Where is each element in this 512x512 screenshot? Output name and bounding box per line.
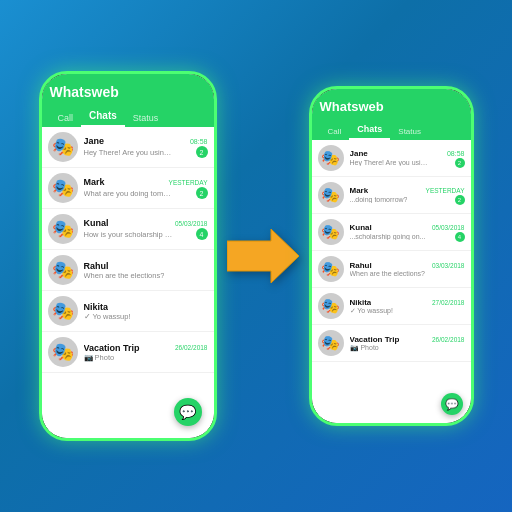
tab-chats-left[interactable]: Chats bbox=[81, 106, 125, 127]
chat-msg-jane-left: Hey There! Are you using whatsapp? bbox=[84, 148, 174, 157]
chat-item-mark-left[interactable]: 🎭 Mark YESTERDAY What are you doing tomo… bbox=[42, 168, 214, 209]
chat-content-vacation-left: Vacation Trip 26/02/2018 📷 Photo bbox=[84, 343, 208, 362]
chat-top-jane-right: Jane 08:58 bbox=[350, 149, 465, 158]
chat-msg-mark-left: What are you doing tomorrow? bbox=[84, 189, 174, 198]
avatar-jane-right: 🎭 bbox=[318, 145, 344, 171]
chat-bottom-rahul-right: When are the elections? bbox=[350, 270, 465, 277]
avatar-icon-mark-left: 🎭 bbox=[52, 177, 74, 199]
badge-kunal-right: 4 bbox=[455, 232, 465, 242]
chat-item-mark-right[interactable]: 🎭 Mark YESTERDAY ...doing tomorrow? 2 bbox=[312, 177, 471, 214]
badge-mark-left: 2 bbox=[196, 187, 208, 199]
chat-item-jane-left[interactable]: 🎭 Jane 08:58 Hey There! Are you using wh… bbox=[42, 127, 214, 168]
chat-item-kunal-left[interactable]: 🎭 Kunal 05/03/2018 How is your scholarsh… bbox=[42, 209, 214, 250]
chat-time-kunal-left: 05/03/2018 bbox=[175, 220, 208, 227]
chat-top-kunal-right: Kunal 05/03/2018 bbox=[350, 223, 465, 232]
app-header-right: Whatsweb Call Chats Status bbox=[312, 89, 471, 140]
avatar-icon-nikita-right: 🎭 bbox=[321, 297, 340, 315]
fab-right[interactable]: 💬 bbox=[441, 393, 463, 415]
chat-content-mark-left: Mark YESTERDAY What are you doing tomorr… bbox=[84, 177, 208, 199]
chat-list-left: 🎭 Jane 08:58 Hey There! Are you using wh… bbox=[42, 127, 214, 438]
chat-content-kunal-left: Kunal 05/03/2018 How is your scholarship… bbox=[84, 218, 208, 240]
chat-content-vacation-right: Vacation Trip 26/02/2018 📷 Photo bbox=[350, 335, 465, 352]
badge-kunal-left: 4 bbox=[196, 228, 208, 240]
tab-status-right[interactable]: Status bbox=[390, 123, 429, 140]
chat-content-kunal-right: Kunal 05/03/2018 ...scholarship going on… bbox=[350, 223, 465, 242]
avatar-icon-kunal-left: 🎭 bbox=[52, 218, 74, 240]
chat-time-nikita-right: 27/02/2018 bbox=[432, 299, 465, 306]
avatar-nikita-left: 🎭 bbox=[48, 296, 78, 326]
chat-item-rahul-left[interactable]: 🎭 Rahul When are the elections? bbox=[42, 250, 214, 291]
badge-jane-right: 2 bbox=[455, 158, 465, 168]
phone-right-screen: Whatsweb Call Chats Status 🎭 Jane bbox=[312, 89, 471, 423]
chat-bottom-mark-right: ...doing tomorrow? 2 bbox=[350, 195, 465, 205]
chat-item-nikita-right[interactable]: 🎭 Nikita 27/02/2018 ✓ Yo wassup! bbox=[312, 288, 471, 325]
tab-status-left[interactable]: Status bbox=[125, 109, 167, 127]
chat-item-jane-right[interactable]: 🎭 Jane 08:58 Hey There! Are you using wh… bbox=[312, 140, 471, 177]
chat-bottom-rahul-left: When are the elections? bbox=[84, 271, 208, 280]
app-title-left: Whatsweb bbox=[50, 84, 206, 100]
chat-item-vacation-right[interactable]: 🎭 Vacation Trip 26/02/2018 📷 Photo bbox=[312, 325, 471, 362]
avatar-mark-right: 🎭 bbox=[318, 182, 344, 208]
chat-msg-kunal-left: How is your scholarship goin... bbox=[84, 230, 174, 239]
scene: Whatsweb Call Chats Status 🎭 Jane bbox=[0, 0, 512, 512]
chat-time-mark-left: YESTERDAY bbox=[169, 179, 208, 186]
tabs-right: Call Chats Status bbox=[320, 120, 463, 140]
chat-time-kunal-right: 05/03/2018 bbox=[432, 224, 465, 231]
fab-left[interactable]: 💬 bbox=[174, 398, 202, 426]
chat-msg-vacation-right: 📷 Photo bbox=[350, 344, 379, 352]
chat-bottom-jane-left: Hey There! Are you using whatsapp? 2 bbox=[84, 146, 208, 158]
chat-msg-rahul-right: When are the elections? bbox=[350, 270, 426, 277]
chat-name-vacation-left: Vacation Trip bbox=[84, 343, 140, 353]
chat-item-vacation-left[interactable]: 🎭 Vacation Trip 26/02/2018 📷 Photo bbox=[42, 332, 214, 373]
chat-msg-rahul-left: When are the elections? bbox=[84, 271, 165, 280]
chat-name-rahul-right: Rahul bbox=[350, 261, 372, 270]
chat-content-jane-left: Jane 08:58 Hey There! Are you using what… bbox=[84, 136, 208, 158]
chat-bottom-nikita-left: ✓ Yo wassup! bbox=[84, 312, 208, 321]
chat-bottom-jane-right: Hey There! Are you using whatsapp? 2 bbox=[350, 158, 465, 168]
chat-name-kunal-left: Kunal bbox=[84, 218, 109, 228]
avatar-kunal-right: 🎭 bbox=[318, 219, 344, 245]
chat-name-nikita-right: Nikita bbox=[350, 298, 372, 307]
chat-item-kunal-right[interactable]: 🎭 Kunal 05/03/2018 ...scholarship going … bbox=[312, 214, 471, 251]
chat-bottom-vacation-left: 📷 Photo bbox=[84, 353, 208, 362]
chat-content-rahul-right: Rahul 03/03/2018 When are the elections? bbox=[350, 261, 465, 277]
chat-name-rahul-left: Rahul bbox=[84, 261, 109, 271]
chat-content-jane-right: Jane 08:58 Hey There! Are you using what… bbox=[350, 149, 465, 168]
chat-item-nikita-left[interactable]: 🎭 Nikita ✓ Yo wassup! bbox=[42, 291, 214, 332]
avatar-nikita-right: 🎭 bbox=[318, 293, 344, 319]
chat-msg-jane-right: Hey There! Are you using whatsapp? bbox=[350, 159, 430, 166]
chat-top-mark-left: Mark YESTERDAY bbox=[84, 177, 208, 187]
avatar-icon-kunal-right: 🎭 bbox=[321, 223, 340, 241]
chat-name-vacation-right: Vacation Trip bbox=[350, 335, 400, 344]
chat-top-rahul-right: Rahul 03/03/2018 bbox=[350, 261, 465, 270]
chat-top-rahul-left: Rahul bbox=[84, 261, 208, 271]
avatar-vacation-right: 🎭 bbox=[318, 330, 344, 356]
tabs-left: Call Chats Status bbox=[50, 106, 206, 127]
avatar-icon-nikita-left: 🎭 bbox=[52, 300, 74, 322]
chat-top-vacation-left: Vacation Trip 26/02/2018 bbox=[84, 343, 208, 353]
tab-call-right[interactable]: Call bbox=[320, 123, 350, 140]
avatar-kunal-left: 🎭 bbox=[48, 214, 78, 244]
avatar-icon-jane-right: 🎭 bbox=[321, 149, 340, 167]
chat-name-mark-left: Mark bbox=[84, 177, 105, 187]
chat-msg-nikita-right: ✓ Yo wassup! bbox=[350, 307, 393, 315]
chat-msg-vacation-left: 📷 Photo bbox=[84, 353, 115, 362]
avatar-icon-vacation-right: 🎭 bbox=[321, 334, 340, 352]
chat-content-nikita-right: Nikita 27/02/2018 ✓ Yo wassup! bbox=[350, 298, 465, 315]
chat-time-vacation-left: 26/02/2018 bbox=[175, 344, 208, 351]
arrow-icon bbox=[227, 229, 299, 283]
chat-content-mark-right: Mark YESTERDAY ...doing tomorrow? 2 bbox=[350, 186, 465, 205]
chat-list-right: 🎭 Jane 08:58 Hey There! Are you using wh… bbox=[312, 140, 471, 423]
chat-content-nikita-left: Nikita ✓ Yo wassup! bbox=[84, 302, 208, 321]
chat-item-rahul-right[interactable]: 🎭 Rahul 03/03/2018 When are the election… bbox=[312, 251, 471, 288]
chat-name-mark-right: Mark bbox=[350, 186, 369, 195]
chat-content-rahul-left: Rahul When are the elections? bbox=[84, 261, 208, 280]
chat-top-vacation-right: Vacation Trip 26/02/2018 bbox=[350, 335, 465, 344]
tab-chats-right[interactable]: Chats bbox=[349, 120, 390, 140]
chat-bottom-vacation-right: 📷 Photo bbox=[350, 344, 465, 352]
tab-call-left[interactable]: Call bbox=[50, 109, 82, 127]
chat-time-jane-right: 08:58 bbox=[447, 150, 465, 157]
chat-bottom-mark-left: What are you doing tomorrow? 2 bbox=[84, 187, 208, 199]
badge-jane-left: 2 bbox=[196, 146, 208, 158]
chat-time-vacation-right: 26/02/2018 bbox=[432, 336, 465, 343]
